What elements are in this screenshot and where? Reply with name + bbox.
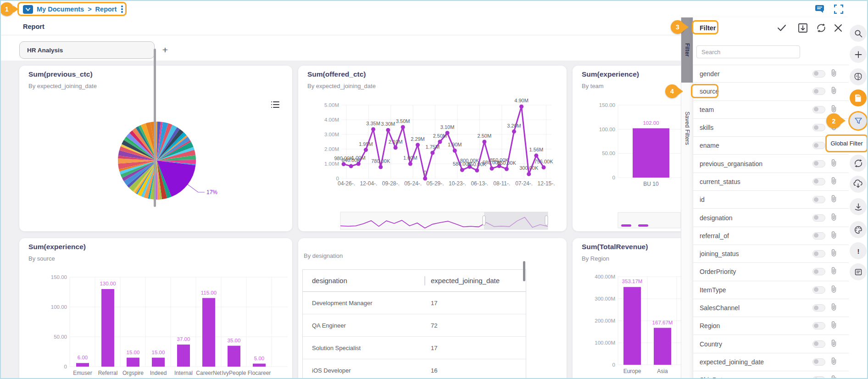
filter-field-toggle[interactable]: [812, 142, 825, 149]
theme-palette-button[interactable]: [850, 221, 867, 238]
breadcrumb-menu-icon[interactable]: [121, 6, 123, 13]
reset-filter-icon[interactable]: [816, 22, 827, 33]
add-tab-button[interactable]: +: [159, 44, 172, 56]
download-button[interactable]: [850, 198, 867, 215]
filter-field-row[interactable]: source: [693, 83, 849, 100]
table-row: Development Manager17: [303, 292, 526, 314]
filter-field-label: SalesChannel: [700, 304, 807, 312]
breadcrumb-current[interactable]: Report: [95, 6, 117, 13]
alerts-button[interactable]: !: [850, 242, 867, 259]
attach-icon[interactable]: [831, 357, 837, 367]
tab-hr-analysis[interactable]: HR Analysis: [19, 41, 155, 59]
filter-field-label: Region: [700, 322, 807, 329]
attach-icon[interactable]: [831, 340, 837, 349]
filter-field-row[interactable]: SalesChannel: [693, 299, 849, 317]
ai-brain-button[interactable]: [850, 68, 867, 85]
storage-button[interactable]: [850, 89, 867, 106]
attach-icon[interactable]: [831, 249, 837, 258]
attach-icon[interactable]: [831, 321, 837, 330]
filter-field-row[interactable]: designation: [693, 209, 849, 227]
attach-icon[interactable]: [831, 159, 837, 168]
attach-icon[interactable]: [831, 105, 837, 114]
table-row: Solution Specialist17: [303, 337, 526, 359]
filter-field-toggle[interactable]: [812, 232, 825, 240]
breadcrumb-root[interactable]: My Documents: [37, 6, 84, 13]
attach-icon[interactable]: [831, 213, 837, 223]
filter-field-row[interactable]: ItemType: [693, 281, 849, 299]
bar: [654, 328, 671, 365]
filter-field-row[interactable]: expected_joining_date: [693, 353, 849, 371]
export-filter-icon[interactable]: [797, 22, 808, 33]
filter-field-row[interactable]: OrderPriority: [693, 263, 849, 281]
filter-field-toggle[interactable]: [812, 88, 825, 95]
filter-field-toggle[interactable]: [812, 70, 825, 78]
panel-totalrevenue-by-region: Sum(TotalRevenue) By Region 400.00M300.0…: [573, 238, 681, 379]
search-button[interactable]: [850, 25, 867, 42]
filter-field-row[interactable]: joining_status: [693, 245, 849, 263]
filter-field-row[interactable]: Country: [693, 335, 849, 353]
filter-field-toggle[interactable]: [812, 178, 825, 185]
filter-field-row[interactable]: id: [693, 191, 849, 209]
close-panel-icon[interactable]: [833, 22, 844, 33]
filter-field-row[interactable]: team: [693, 101, 849, 119]
fullscreen-icon[interactable]: [834, 5, 843, 16]
svg-text:Referral: Referral: [98, 370, 118, 376]
filter-field-toggle[interactable]: [812, 160, 825, 167]
filter-field-label: source: [700, 88, 807, 95]
comments-icon[interactable]: [815, 5, 825, 16]
attach-icon[interactable]: [831, 267, 837, 276]
bar-chart-canvas[interactable]: 400.00M300.00M200.00M100.00M0353.17MEuro…: [573, 238, 681, 379]
filter-field-toggle[interactable]: [812, 286, 825, 294]
filter-field-toggle[interactable]: [812, 214, 825, 222]
table-column-header[interactable]: designation: [303, 277, 424, 284]
filter-field-row[interactable]: previous_organisation: [693, 155, 849, 173]
bar-chart-canvas[interactable]: 150.00100.0050.000102.00BU 10: [573, 66, 681, 231]
table-column-header[interactable]: expected_joining_date: [431, 277, 500, 284]
filter-field-toggle[interactable]: [812, 304, 825, 312]
notes-button[interactable]: [850, 263, 867, 280]
attach-icon[interactable]: [831, 231, 837, 240]
filter-field-toggle[interactable]: [812, 250, 825, 257]
filter-field-row[interactable]: gender: [693, 65, 849, 83]
svg-text:2.29M: 2.29M: [411, 136, 425, 142]
table-scrollbar[interactable]: [523, 261, 525, 281]
svg-text:35.00: 35.00: [228, 338, 241, 343]
filter-field-toggle[interactable]: [812, 106, 825, 113]
filter-field-toggle[interactable]: [812, 322, 825, 329]
attach-icon[interactable]: [831, 303, 837, 312]
attach-icon[interactable]: [831, 177, 837, 186]
filter-field-label: skills: [700, 124, 807, 131]
attach-icon[interactable]: [831, 285, 837, 295]
folder-icon[interactable]: [23, 5, 33, 14]
range-handle: [545, 216, 548, 225]
filter-field-toggle[interactable]: [812, 376, 825, 379]
annotation-step-1: 1: [0, 2, 14, 16]
add-button[interactable]: [850, 46, 867, 63]
apply-filter-icon[interactable]: [776, 22, 787, 33]
attach-icon[interactable]: [831, 375, 837, 379]
filter-field-row[interactable]: skills: [693, 119, 849, 137]
filter-field-toggle[interactable]: [812, 340, 825, 348]
filter-field-row[interactable]: ShipDate: [693, 371, 849, 379]
filter-search-input[interactable]: [696, 45, 800, 58]
filter-field-toggle[interactable]: [812, 124, 825, 131]
attach-icon[interactable]: [831, 195, 837, 204]
filter-field-row[interactable]: Region: [693, 317, 849, 335]
svg-text:1.00M: 1.00M: [351, 155, 366, 161]
filter-field-row[interactable]: referral_of: [693, 227, 849, 245]
filter-panel-title: Filter: [700, 24, 716, 32]
bar-chart-canvas[interactable]: 150.00100.0050.0006.00Emuser130.00Referr…: [19, 238, 292, 379]
refresh-button[interactable]: [850, 155, 867, 172]
cloud-download-button[interactable]: [850, 176, 867, 193]
attach-icon[interactable]: [831, 69, 837, 78]
tab-saved-filters-vertical[interactable]: Saved Filters: [681, 111, 693, 145]
global-filter-button[interactable]: [850, 112, 867, 129]
filter-field-toggle[interactable]: [812, 358, 825, 366]
filter-field-toggle[interactable]: [812, 268, 825, 275]
filter-panel-scrollbar[interactable]: [154, 49, 156, 207]
filter-field-toggle[interactable]: [812, 196, 825, 203]
svg-text:3.35M: 3.35M: [366, 121, 380, 126]
attach-icon[interactable]: [831, 87, 837, 96]
line-chart-canvas[interactable]: 5.00M4.00M3.00M2.00M1.00M004-26-.12-04-.…: [298, 66, 567, 231]
filter-field-row[interactable]: current_status: [693, 173, 849, 191]
